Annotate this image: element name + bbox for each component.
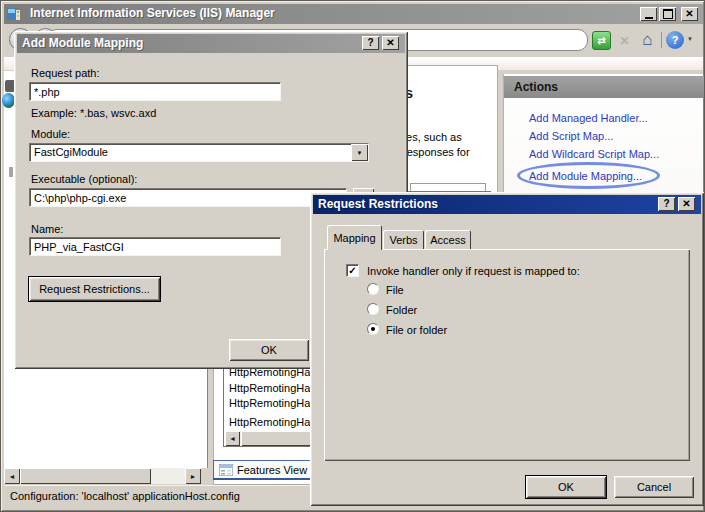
request-restrictions-button[interactable]: Request Restrictions... xyxy=(29,277,160,301)
rr-help-button[interactable]: ? xyxy=(658,197,675,211)
ok-button-label: OK xyxy=(558,481,574,493)
annotation-ellipse xyxy=(517,162,660,189)
tab-verbs[interactable]: Verbs xyxy=(383,230,424,249)
tree-item-fragment xyxy=(9,167,13,177)
request-restrictions-dialog: Request Restrictions ? ✕ Mapping Verbs A… xyxy=(310,192,704,506)
minimize-button[interactable] xyxy=(640,7,657,21)
request-path-label: Request path: xyxy=(31,67,100,79)
chevron-down-icon: ▼ xyxy=(357,150,363,156)
list-item[interactable]: HttpRemotingHa xyxy=(229,397,310,410)
action-add-script-map[interactable]: Add Script Map... xyxy=(529,130,613,142)
tab-mapping[interactable]: Mapping xyxy=(327,225,382,250)
executable-input[interactable] xyxy=(30,189,346,206)
module-value: FastCgiModule xyxy=(34,146,108,158)
rr-title: Request Restrictions xyxy=(313,195,701,214)
tab-verbs-label: Verbs xyxy=(389,234,417,246)
help-button[interactable]: ? xyxy=(666,31,684,49)
rr-tab-page xyxy=(324,249,690,461)
tab-mapping-label: Mapping xyxy=(333,232,375,244)
tab-access-label: Access xyxy=(430,234,465,246)
invoke-handler-label: Invoke handler only if request is mapped… xyxy=(367,265,580,277)
amm-close-button[interactable]: ✕ xyxy=(382,36,399,50)
radio-file[interactable] xyxy=(367,283,379,295)
amm-ok-button[interactable]: OK xyxy=(229,339,309,361)
invoke-handler-checkbox[interactable]: ✓ xyxy=(346,264,359,277)
home-button[interactable]: ⌂ xyxy=(638,29,657,50)
radio-file-or-folder[interactable] xyxy=(367,323,379,335)
close-icon: ✕ xyxy=(682,198,690,210)
request-path-input[interactable] xyxy=(30,83,280,100)
rr-cancel-button[interactable]: Cancel xyxy=(614,476,694,498)
scroll-right-button[interactable]: ► xyxy=(185,468,201,484)
module-label: Module: xyxy=(31,128,70,140)
combo-arrow-button[interactable]: ▼ xyxy=(351,144,368,161)
features-view-icon xyxy=(219,464,233,476)
name-input[interactable] xyxy=(30,238,280,255)
cancel-button-label: Cancel xyxy=(637,481,671,493)
example-text: Example: *.bas, wsvc.axd xyxy=(31,107,156,119)
home-icon: ⌂ xyxy=(642,30,652,50)
maximize-button[interactable] xyxy=(659,7,676,21)
help-dropdown-caret-icon[interactable]: ▼ xyxy=(687,36,693,42)
request-path-field-frame xyxy=(29,82,281,101)
amm-titlebar: Add Module Mapping ? ✕ xyxy=(17,34,405,53)
action-add-managed-handler[interactable]: Add Managed Handler... xyxy=(529,112,648,124)
radio-file-or-folder-label: File or folder xyxy=(386,324,447,336)
maximize-icon xyxy=(663,9,673,19)
radio-selected-dot xyxy=(371,327,375,331)
rr-ok-button[interactable]: OK xyxy=(526,476,606,498)
rr-close-button[interactable]: ✕ xyxy=(678,197,695,211)
iis-logo-icon xyxy=(7,7,21,21)
status-text: Configuration: 'localhost' applicationHo… xyxy=(10,490,240,502)
check-icon: ✓ xyxy=(348,265,356,276)
iis-manager-window: Internet Information Services (IIS) Mana… xyxy=(0,0,705,512)
help-icon: ? xyxy=(663,198,669,210)
scroll-left-button[interactable]: ◄ xyxy=(225,431,240,446)
module-dropdown[interactable]: FastCgiModule ▼ xyxy=(29,143,369,162)
refresh-button[interactable]: ⇄ xyxy=(592,31,611,50)
close-button[interactable]: ✕ xyxy=(681,7,698,21)
toolbar-separator xyxy=(661,32,662,48)
stop-icon: ✕ xyxy=(619,34,629,48)
page-description-line1: tes, such as xyxy=(403,131,462,143)
executable-field-frame xyxy=(29,188,347,207)
help-icon: ? xyxy=(367,37,373,49)
minimize-icon xyxy=(645,17,653,19)
page-description-line2: responses for xyxy=(403,146,470,158)
radio-folder-label: Folder xyxy=(386,304,417,316)
radio-folder[interactable] xyxy=(367,303,379,315)
close-icon: ✕ xyxy=(685,8,693,20)
main-titlebar: Internet Information Services (IIS) Mana… xyxy=(4,4,703,24)
request-restrictions-button-label: Request Restrictions... xyxy=(39,283,150,295)
refresh-icon: ⇄ xyxy=(597,35,605,46)
help-icon: ? xyxy=(672,34,679,46)
amm-title: Add Module Mapping xyxy=(17,34,405,53)
scroll-left-button[interactable]: ◄ xyxy=(4,468,20,484)
radio-file-label: File xyxy=(386,284,404,296)
features-view-label: Features View xyxy=(237,464,307,476)
close-icon: ✕ xyxy=(386,37,394,49)
connections-hscrollbar[interactable]: ◄ ► xyxy=(4,468,201,484)
list-item[interactable]: HttpRemotingHa xyxy=(229,382,310,395)
executable-label: Executable (optional): xyxy=(31,173,137,185)
scroll-left-icon: ◄ xyxy=(229,435,236,442)
name-label: Name: xyxy=(31,223,63,235)
action-add-wildcard-script-map[interactable]: Add Wildcard Script Map... xyxy=(529,148,659,160)
main-window-title: Internet Information Services (IIS) Mana… xyxy=(25,4,703,23)
tab-access[interactable]: Access xyxy=(425,230,471,249)
scroll-right-icon: ► xyxy=(190,473,197,480)
name-field-frame xyxy=(29,237,281,256)
scrollbar-thumb[interactable] xyxy=(20,468,151,484)
rr-titlebar: Request Restrictions ? ✕ xyxy=(313,195,701,214)
scroll-left-icon: ◄ xyxy=(9,473,16,480)
actions-header: Actions xyxy=(504,76,704,98)
list-item[interactable]: HttpRemotingHa xyxy=(229,416,310,429)
ok-button-label: OK xyxy=(261,344,277,356)
stop-button[interactable]: ✕ xyxy=(615,31,634,50)
amm-help-button[interactable]: ? xyxy=(362,36,379,50)
